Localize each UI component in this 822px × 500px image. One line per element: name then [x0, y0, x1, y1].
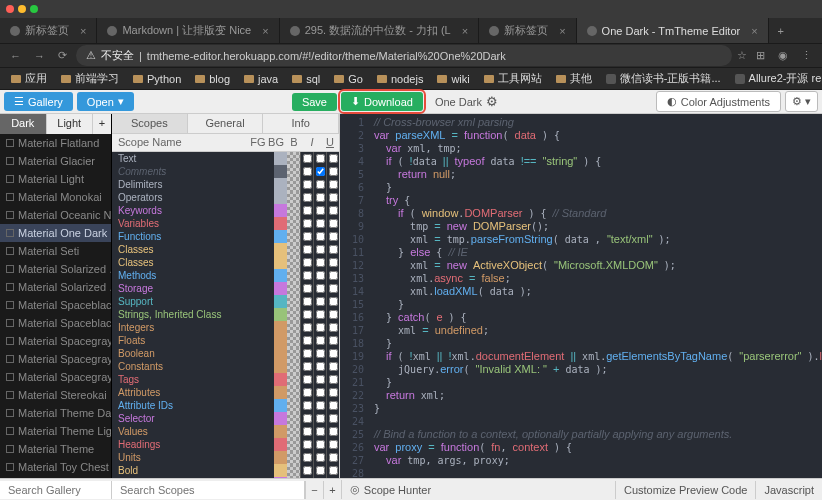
scope-row[interactable]: Methods [112, 269, 339, 282]
close-tab-icon[interactable]: × [80, 25, 86, 37]
bg-swatch[interactable] [287, 360, 300, 373]
bg-swatch[interactable] [287, 256, 300, 269]
bookmark-item[interactable]: 工具网站 [479, 69, 547, 88]
fg-swatch[interactable] [274, 152, 287, 165]
underline-checkbox[interactable] [326, 256, 339, 269]
italic-checkbox[interactable] [313, 347, 326, 360]
scope-row[interactable]: Operators [112, 191, 339, 204]
bold-checkbox[interactable] [300, 425, 313, 438]
bold-checkbox[interactable] [300, 256, 313, 269]
scope-row[interactable]: Headings [112, 438, 339, 451]
underline-checkbox[interactable] [326, 464, 339, 477]
theme-list-item[interactable]: Material Seti [0, 242, 111, 260]
bold-checkbox[interactable] [300, 321, 313, 334]
bg-swatch[interactable] [287, 451, 300, 464]
bg-swatch[interactable] [287, 243, 300, 256]
bg-swatch[interactable] [287, 178, 300, 191]
underline-checkbox[interactable] [326, 321, 339, 334]
search-scopes-input[interactable] [112, 481, 305, 499]
bg-swatch[interactable] [287, 321, 300, 334]
scope-hunter-button[interactable]: ◎ Scope Hunter [341, 480, 439, 499]
bg-swatch[interactable] [287, 191, 300, 204]
italic-checkbox[interactable] [313, 230, 326, 243]
browser-tab[interactable]: 新标签页× [0, 18, 97, 43]
fg-swatch[interactable] [274, 295, 287, 308]
bookmark-item[interactable]: wiki [432, 71, 474, 87]
fg-swatch[interactable] [274, 334, 287, 347]
bold-checkbox[interactable] [300, 451, 313, 464]
underline-checkbox[interactable] [326, 386, 339, 399]
bold-checkbox[interactable] [300, 243, 313, 256]
remove-scope-button[interactable]: − [305, 481, 323, 499]
bold-checkbox[interactable] [300, 412, 313, 425]
code-editor[interactable]: 1234567891011121314151617181920212223242… [340, 114, 822, 478]
bg-swatch[interactable] [287, 399, 300, 412]
open-button[interactable]: Open ▾ [77, 92, 134, 111]
italic-checkbox[interactable] [313, 217, 326, 230]
bold-checkbox[interactable] [300, 438, 313, 451]
italic-checkbox[interactable] [313, 204, 326, 217]
bold-checkbox[interactable] [300, 217, 313, 230]
bg-swatch[interactable] [287, 282, 300, 295]
bg-swatch[interactable] [287, 165, 300, 178]
theme-list-item[interactable]: Material Solarized … [0, 278, 111, 296]
italic-checkbox[interactable] [313, 243, 326, 256]
close-tab-icon[interactable]: × [462, 25, 468, 37]
bold-checkbox[interactable] [300, 464, 313, 477]
url-input[interactable]: ⚠ 不安全 | tmtheme-editor.herokuapp.com/#!/… [76, 45, 732, 66]
tab-light[interactable]: Light [47, 114, 94, 134]
italic-checkbox[interactable] [313, 321, 326, 334]
underline-checkbox[interactable] [326, 243, 339, 256]
scope-row[interactable]: Attribute IDs [112, 399, 339, 412]
bookmark-item[interactable]: 前端学习 [56, 69, 124, 88]
italic-checkbox[interactable] [313, 412, 326, 425]
italic-checkbox[interactable] [313, 269, 326, 282]
bg-swatch[interactable] [287, 412, 300, 425]
scope-row[interactable]: Support [112, 295, 339, 308]
bg-swatch[interactable] [287, 334, 300, 347]
scope-row[interactable]: Storage [112, 282, 339, 295]
fg-swatch[interactable] [274, 347, 287, 360]
theme-list-item[interactable]: Material Spaceblack… [0, 314, 111, 332]
settings-button[interactable]: ⚙ ▾ [785, 91, 818, 112]
theme-list-item[interactable]: Material One Dark [0, 224, 111, 242]
theme-list-item[interactable]: Material Theme [0, 440, 111, 458]
maximize-window-icon[interactable] [30, 5, 38, 13]
forward-icon[interactable]: → [30, 48, 49, 64]
italic-checkbox[interactable] [313, 386, 326, 399]
extension-icon[interactable]: ⊞ [752, 47, 769, 64]
bold-checkbox[interactable] [300, 308, 313, 321]
fg-swatch[interactable] [274, 451, 287, 464]
bg-swatch[interactable] [287, 230, 300, 243]
bg-swatch[interactable] [287, 425, 300, 438]
bookmark-item[interactable]: Python [128, 71, 186, 87]
bg-swatch[interactable] [287, 438, 300, 451]
bold-checkbox[interactable] [300, 399, 313, 412]
underline-checkbox[interactable] [326, 230, 339, 243]
underline-checkbox[interactable] [326, 399, 339, 412]
italic-checkbox[interactable] [313, 165, 326, 178]
fg-swatch[interactable] [274, 386, 287, 399]
italic-checkbox[interactable] [313, 282, 326, 295]
browser-tab[interactable]: 295. 数据流的中位数 - 力扣 (L× [280, 18, 480, 43]
minimize-window-icon[interactable] [18, 5, 26, 13]
bookmark-item[interactable]: 应用 [6, 69, 52, 88]
search-gallery-input[interactable] [0, 481, 112, 499]
language-select[interactable]: Javascript [755, 481, 822, 499]
fg-swatch[interactable] [274, 412, 287, 425]
fg-swatch[interactable] [274, 243, 287, 256]
underline-checkbox[interactable] [326, 217, 339, 230]
bold-checkbox[interactable] [300, 152, 313, 165]
scope-row[interactable]: Text [112, 152, 339, 165]
theme-list-item[interactable]: Material Theme Ligh… [0, 422, 111, 440]
scope-row[interactable]: Comments [112, 165, 339, 178]
scope-row[interactable]: Strings, Inherited Class [112, 308, 339, 321]
close-tab-icon[interactable]: × [559, 25, 565, 37]
scope-row[interactable]: Bold [112, 464, 339, 477]
fg-swatch[interactable] [274, 399, 287, 412]
italic-checkbox[interactable] [313, 191, 326, 204]
fg-swatch[interactable] [274, 165, 287, 178]
bg-swatch[interactable] [287, 464, 300, 477]
star-icon[interactable]: ☆ [737, 49, 747, 62]
underline-checkbox[interactable] [326, 269, 339, 282]
